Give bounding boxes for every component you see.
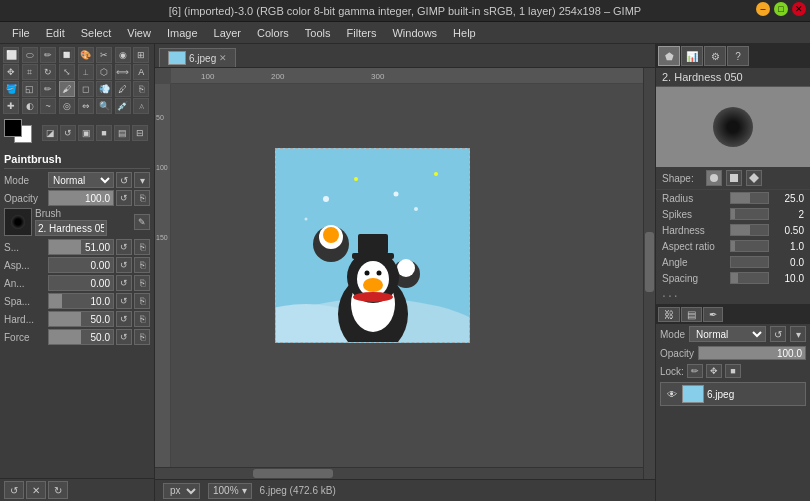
tool-extra3[interactable]: ▣	[78, 125, 94, 141]
tool-dodge-burn[interactable]: ◐	[22, 98, 38, 114]
brush-tab-question[interactable]: ?	[727, 46, 749, 66]
tool-extra5[interactable]: ▤	[114, 125, 130, 141]
redo-button[interactable]: ↻	[48, 481, 68, 499]
size-link-button[interactable]: ⎘	[134, 239, 150, 255]
maximize-button[interactable]: □	[774, 2, 788, 16]
menu-file[interactable]: File	[4, 25, 38, 41]
tool-flip[interactable]: ⟺	[115, 64, 131, 80]
menu-tools[interactable]: Tools	[297, 25, 339, 41]
brush-tab-shape[interactable]: ⬟	[658, 46, 680, 66]
tool-text[interactable]: A	[133, 64, 149, 80]
close-button[interactable]: ✕	[792, 2, 806, 16]
tool-color-picker[interactable]: 💉	[115, 98, 131, 114]
tool-convolve[interactable]: ◎	[59, 98, 75, 114]
tool-ellipse-select[interactable]: ⬭	[22, 47, 38, 63]
tool-move[interactable]: ✥	[3, 64, 19, 80]
menu-windows[interactable]: Windows	[384, 25, 445, 41]
tool-shear[interactable]: ⟂	[78, 64, 94, 80]
size-slider[interactable]: 51.00	[48, 239, 114, 255]
force-link-button[interactable]: ⎘	[134, 329, 150, 345]
tool-measure[interactable]: ⇔	[78, 98, 94, 114]
hardness-reset-button[interactable]: ↺	[116, 311, 132, 327]
menu-view[interactable]: View	[119, 25, 159, 41]
layers-mode-reset[interactable]: ↺	[770, 326, 786, 342]
tool-perspective[interactable]: ⬡	[96, 64, 112, 80]
param-angle-slider[interactable]	[730, 256, 769, 268]
tool-select-by-color[interactable]: 🎨	[78, 47, 94, 63]
opacity-link-button[interactable]: ⎘	[134, 190, 150, 206]
vertical-scrollbar[interactable]	[643, 68, 655, 479]
layers-tab-chains[interactable]: ⛓	[658, 307, 680, 322]
tool-heal[interactable]: ✚	[3, 98, 19, 114]
shape-diamond-button[interactable]	[746, 170, 762, 186]
force-reset-button[interactable]: ↺	[116, 329, 132, 345]
tool-smudge[interactable]: ~	[40, 98, 56, 114]
mode-reset-button[interactable]: ↺	[116, 172, 132, 188]
opacity-slider[interactable]: 100.0	[48, 190, 114, 206]
hardness-link-button[interactable]: ⎘	[134, 311, 150, 327]
aspect-slider[interactable]: 0.00	[48, 257, 114, 273]
brush-name-input[interactable]	[35, 220, 107, 236]
lock-position-button[interactable]: ✥	[706, 364, 722, 378]
undo-button[interactable]: ↺	[4, 481, 24, 499]
canvas-tab-close[interactable]: ✕	[219, 53, 227, 63]
tool-extra6[interactable]: ⊟	[132, 125, 148, 141]
layers-mode-history[interactable]: ▾	[790, 326, 806, 342]
fg-color-swatch[interactable]	[4, 119, 22, 137]
size-reset-button[interactable]: ↺	[116, 239, 132, 255]
canvas-viewport[interactable]: 100 200 300 50 100 150	[155, 68, 655, 479]
brush-tab-options[interactable]: ⚙	[704, 46, 726, 66]
aspect-link-button[interactable]: ⎘	[134, 257, 150, 273]
mode-select[interactable]: Normal	[48, 172, 114, 188]
menu-layer[interactable]: Layer	[206, 25, 250, 41]
layers-opacity-bar[interactable]: 100.0	[698, 346, 806, 360]
tool-scissors[interactable]: ✂	[96, 47, 112, 63]
lock-pixel-button[interactable]: ✏	[687, 364, 703, 378]
angle-reset-button[interactable]: ↺	[116, 275, 132, 291]
tool-paintbrush[interactable]: 🖌	[59, 81, 75, 97]
tool-pencil[interactable]: ✏	[40, 81, 56, 97]
vertical-scroll-thumb[interactable]	[645, 232, 654, 292]
unit-select[interactable]: px	[163, 483, 200, 499]
menu-help[interactable]: Help	[445, 25, 484, 41]
tool-airbrush[interactable]: 💨	[96, 81, 112, 97]
brush-preview[interactable]	[4, 208, 32, 236]
tool-paths[interactable]: ⟑	[133, 98, 149, 114]
layers-tab-channels[interactable]: ▤	[681, 307, 702, 322]
image-canvas[interactable]	[275, 148, 470, 343]
spacing-slider[interactable]: 10.0	[48, 293, 114, 309]
tool-blend[interactable]: ◱	[22, 81, 38, 97]
lock-all-button[interactable]: ■	[725, 364, 741, 378]
angle-link-button[interactable]: ⎘	[134, 275, 150, 291]
canvas-tab-6jpeg[interactable]: 6.jpeg ✕	[159, 48, 236, 67]
horizontal-scrollbar[interactable]	[155, 467, 643, 479]
layers-tab-paths[interactable]: ✒	[703, 307, 723, 322]
menu-colors[interactable]: Colors	[249, 25, 297, 41]
shape-circle-button[interactable]	[706, 170, 722, 186]
angle-slider[interactable]: 0.00	[48, 275, 114, 291]
tool-zoom[interactable]: 🔍	[96, 98, 112, 114]
layers-mode-select[interactable]: Normal	[689, 326, 766, 342]
param-spacing-slider[interactable]	[730, 272, 769, 284]
tool-rotate[interactable]: ↻	[40, 64, 56, 80]
menu-image[interactable]: Image	[159, 25, 206, 41]
brush-edit-button[interactable]: ✎	[134, 214, 150, 230]
tool-rectangle-select[interactable]: ⬜	[3, 47, 19, 63]
clear-button[interactable]: ✕	[26, 481, 46, 499]
opacity-reset-button[interactable]: ↺	[116, 190, 132, 206]
mode-history-button[interactable]: ▾	[134, 172, 150, 188]
aspect-reset-button[interactable]: ↺	[116, 257, 132, 273]
tool-align[interactable]: ⊞	[133, 47, 149, 63]
param-hardness-slider[interactable]	[730, 224, 769, 236]
horizontal-scroll-thumb[interactable]	[253, 469, 333, 478]
param-aspect-slider[interactable]	[730, 240, 769, 252]
tool-bucket-fill[interactable]: 🪣	[3, 81, 19, 97]
param-radius-slider[interactable]	[730, 192, 769, 204]
minimize-button[interactable]: –	[756, 2, 770, 16]
menu-edit[interactable]: Edit	[38, 25, 73, 41]
tool-extra1[interactable]: ◪	[42, 125, 58, 141]
tool-foreground-select[interactable]: ◉	[115, 47, 131, 63]
menu-filters[interactable]: Filters	[339, 25, 385, 41]
tool-ink[interactable]: 🖊	[115, 81, 131, 97]
layer-item-6jpeg[interactable]: 👁 6.jpeg	[660, 382, 806, 406]
